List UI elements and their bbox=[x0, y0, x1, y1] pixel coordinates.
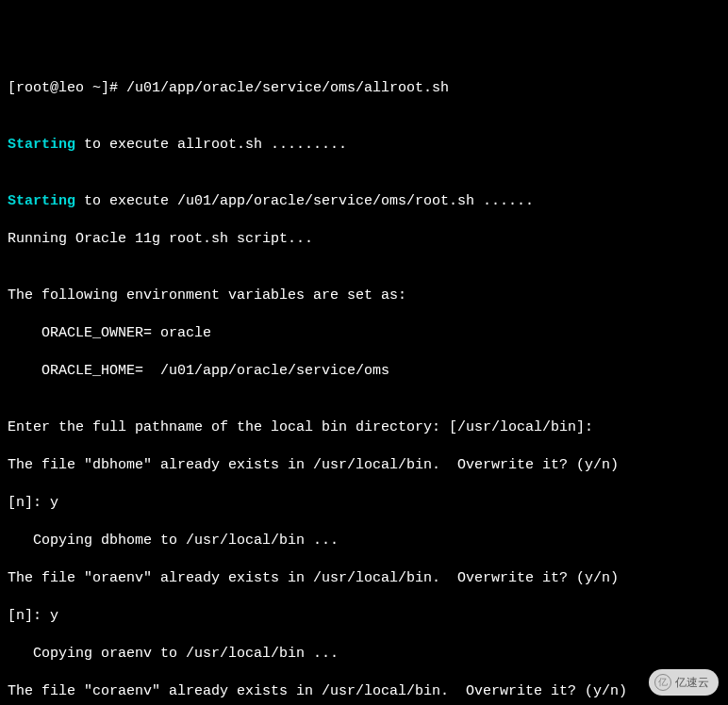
output-line: The file "dbhome" already exists in /usr… bbox=[8, 456, 720, 475]
output-line: Starting to execute /u01/app/oracle/serv… bbox=[8, 192, 720, 211]
starting-keyword: Starting bbox=[8, 137, 75, 153]
output-line: Starting to execute allroot.sh ......... bbox=[8, 136, 720, 155]
output-line: Copying oraenv to /usr/local/bin ... bbox=[8, 645, 720, 664]
output-line: The file "oraenv" already exists in /usr… bbox=[8, 569, 720, 588]
shell-prompt: [root@leo ~]# bbox=[8, 80, 126, 96]
starting-keyword: Starting bbox=[8, 193, 75, 209]
output-line: ORACLE_HOME= /u01/app/oracle/service/oms bbox=[8, 362, 720, 381]
output-line: Copying dbhome to /usr/local/bin ... bbox=[8, 532, 720, 550]
watermark-badge: 亿 亿速云 bbox=[649, 669, 719, 696]
output-line: Enter the full pathname of the local bin… bbox=[8, 418, 720, 437]
output-line: ORACLE_OWNER= oracle bbox=[8, 324, 720, 343]
output-text: to execute /u01/app/oracle/service/oms/r… bbox=[75, 193, 534, 209]
output-line: The file "coraenv" already exists in /us… bbox=[8, 682, 720, 701]
output-line: [n]: y bbox=[8, 607, 720, 626]
watermark-icon: 亿 bbox=[654, 674, 671, 691]
watermark-text: 亿速云 bbox=[675, 673, 709, 692]
output-line: The following environment variables are … bbox=[8, 287, 720, 305]
terminal-prompt-line: [root@leo ~]# /u01/app/oracle/service/om… bbox=[8, 79, 720, 98]
command-text: /u01/app/oracle/service/oms/allroot.sh bbox=[126, 80, 449, 96]
output-line: [n]: y bbox=[8, 494, 720, 513]
output-line: Running Oracle 11g root.sh script... bbox=[8, 230, 720, 249]
output-text: to execute allroot.sh ......... bbox=[75, 137, 347, 153]
